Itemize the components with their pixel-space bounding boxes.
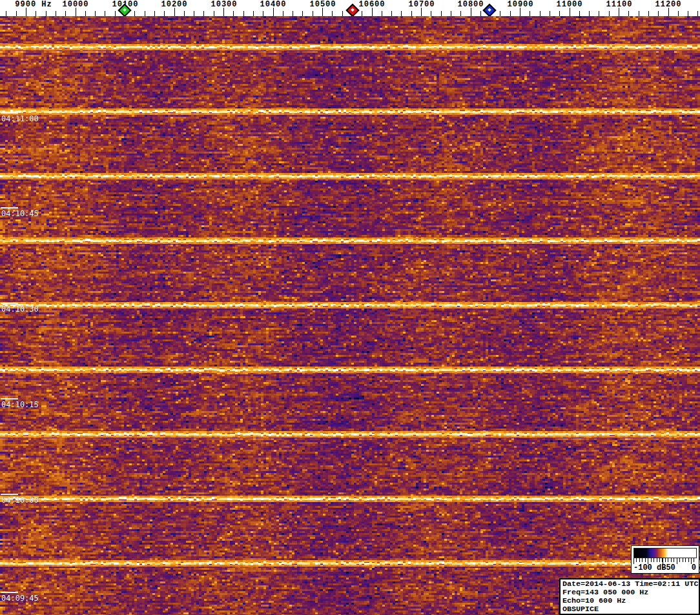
ruler-minor-tick <box>203 11 204 16</box>
ruler-minor-tick <box>36 11 36 16</box>
legend-mid-label: -50 <box>661 563 675 572</box>
ruler-minor-tick <box>480 11 481 16</box>
ruler-minor-tick <box>95 11 96 16</box>
ruler-minor-tick <box>688 11 688 16</box>
ruler-minor-tick <box>134 11 135 16</box>
time-tick-dash <box>1 494 18 495</box>
ruler-minor-tick <box>599 11 599 16</box>
ruler-minor-tick <box>184 11 185 16</box>
ruler-minor-tick <box>6 11 6 16</box>
ruler-minor-tick <box>658 11 659 16</box>
ruler-frequency-label: 10800 <box>457 0 484 9</box>
ruler-minor-tick <box>441 11 442 16</box>
ruler-frequency-label: 11000 <box>556 0 582 9</box>
ruler-minor-tick <box>579 11 580 16</box>
waterfall-display[interactable] <box>0 16 700 615</box>
color-scale-gradient <box>633 548 697 558</box>
frequency-ruler[interactable]: 9900 Hz100001010010200103001040010500106… <box>0 0 700 16</box>
ruler-minor-tick <box>16 11 17 16</box>
ruler-minor-tick <box>164 11 165 16</box>
ruler-minor-tick <box>194 11 194 16</box>
ruler-frequency-label: 10700 <box>408 0 435 9</box>
ruler-frequency-label: 10500 <box>309 0 336 9</box>
time-label: 04:10:15 <box>1 400 39 409</box>
ruler-frequency-label: 10000 <box>62 0 88 9</box>
marker-red-diamond-icon[interactable] <box>345 3 359 17</box>
ruler-minor-tick <box>233 11 234 16</box>
ruler-minor-tick <box>678 11 679 16</box>
time-tick-dash <box>1 207 18 208</box>
ruler-minor-tick <box>460 11 461 16</box>
ruler-minor-tick <box>115 11 116 16</box>
time-label: 04:10:45 <box>1 209 39 218</box>
time-label: 04:10:30 <box>1 305 39 314</box>
ruler-minor-tick <box>283 11 283 16</box>
ruler-frequency-label: 10900 <box>507 0 533 9</box>
spectrogram-window: 9900 Hz100001010010200103001040010500106… <box>0 0 700 615</box>
ruler-minor-tick <box>589 11 590 16</box>
ruler-minor-tick <box>639 11 639 16</box>
ruler-minor-tick <box>401 11 402 16</box>
ruler-minor-tick <box>628 11 629 16</box>
ruler-minor-tick <box>609 11 610 16</box>
ruler-minor-tick <box>342 11 343 16</box>
time-tick-dash <box>1 303 18 304</box>
observation-info-box: Date=2014-06-13 Time=02:11 UTC Freq=143 … <box>559 578 700 615</box>
ruler-frequency-label: 10400 <box>260 0 286 9</box>
ruler-minor-tick <box>293 11 293 16</box>
ruler-minor-tick <box>214 11 214 16</box>
ruler-minor-tick <box>263 11 263 16</box>
marker-green-center-dot <box>123 8 127 12</box>
ruler-minor-tick <box>332 11 333 16</box>
ruler-minor-tick <box>510 11 511 16</box>
time-tick-dash <box>1 592 18 593</box>
ruler-minor-tick <box>391 11 392 16</box>
time-tick-dash <box>1 398 18 399</box>
time-tick-dash <box>1 112 18 114</box>
ruler-frequency-label: 11100 <box>606 0 632 9</box>
ruler-minor-tick <box>530 11 530 16</box>
ruler-minor-tick <box>302 11 303 16</box>
time-label: 04:10:00 <box>1 496 39 505</box>
ruler-minor-tick <box>648 11 649 16</box>
marker-blue-center-dot <box>488 8 491 12</box>
ruler-minor-tick <box>56 11 56 16</box>
ruler-frequency-label: 10200 <box>161 0 187 9</box>
ruler-minor-tick <box>559 11 560 16</box>
amplitude-legend: -100 dB -50 0 <box>631 545 699 574</box>
ruler-frequency-label: 10600 <box>358 0 385 9</box>
info-station: OBSUPICE <box>562 605 699 614</box>
ruler-minor-tick <box>145 11 145 16</box>
ruler-minor-tick <box>65 11 66 16</box>
ruler-minor-tick <box>451 11 451 16</box>
ruler-minor-tick <box>411 11 412 16</box>
marker-blue-diamond-icon[interactable] <box>482 3 496 17</box>
ruler-frequency-label: 10300 <box>211 0 237 9</box>
ruler-minor-tick <box>85 11 86 16</box>
ruler-minor-tick <box>431 11 431 16</box>
ruler-minor-tick <box>154 11 155 16</box>
ruler-minor-tick <box>540 11 540 16</box>
ruler-minor-tick <box>46 11 46 16</box>
ruler-minor-tick <box>105 11 105 16</box>
marker-red-center-dot <box>351 8 355 12</box>
time-label: 04:11:00 <box>1 114 39 123</box>
ruler-minor-tick <box>243 11 244 16</box>
ruler-minor-tick <box>362 11 362 16</box>
legend-max-label: 0 <box>692 563 696 572</box>
ruler-frequency-label: 11200 <box>655 0 681 9</box>
ruler-minor-tick <box>382 11 382 16</box>
ruler-minor-tick <box>253 11 254 16</box>
ruler-minor-tick <box>313 11 313 16</box>
ruler-frequency-label: 9900 Hz <box>15 0 52 9</box>
ruler-minor-tick <box>500 11 500 16</box>
ruler-minor-tick <box>550 11 550 16</box>
time-label: 04:09:45 <box>1 594 39 603</box>
ruler-minor-tick <box>697 11 698 16</box>
